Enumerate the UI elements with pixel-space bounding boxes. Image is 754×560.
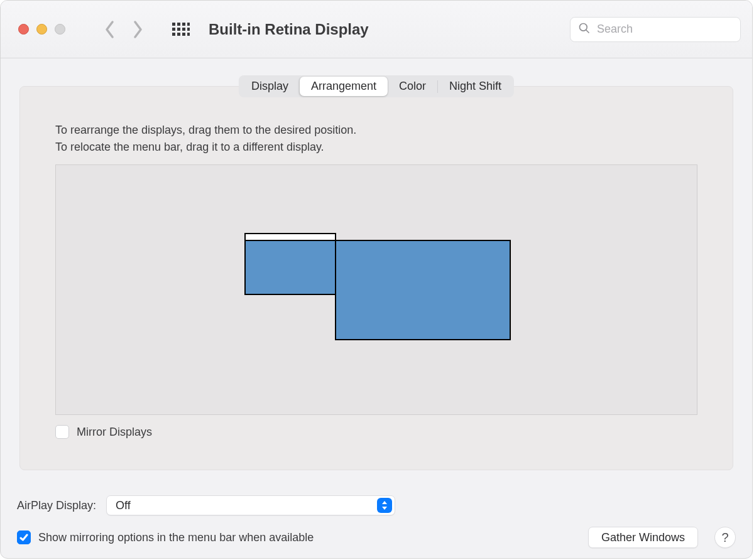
svg-rect-2 bbox=[182, 23, 185, 26]
svg-rect-10 bbox=[182, 33, 185, 36]
svg-rect-7 bbox=[187, 28, 190, 31]
instructions-line-1: To rearrange the displays, drag them to … bbox=[55, 122, 697, 139]
mirror-displays-row: Mirror Displays bbox=[55, 425, 697, 439]
svg-rect-5 bbox=[177, 28, 180, 31]
search-icon bbox=[578, 22, 591, 37]
display-secondary[interactable] bbox=[335, 240, 511, 340]
svg-marker-15 bbox=[382, 507, 387, 510]
nav-buttons bbox=[104, 20, 143, 39]
show-mirroring-checkbox[interactable] bbox=[17, 530, 31, 544]
svg-line-13 bbox=[586, 30, 589, 33]
minimize-button[interactable] bbox=[36, 24, 47, 35]
preferences-window: Built-in Retina Display Display Arrangem… bbox=[0, 0, 753, 559]
svg-rect-6 bbox=[182, 28, 185, 31]
show-all-icon[interactable] bbox=[172, 23, 190, 36]
airplay-select[interactable]: Off bbox=[106, 495, 395, 515]
svg-rect-1 bbox=[177, 23, 180, 26]
svg-point-12 bbox=[580, 23, 587, 31]
airplay-value: Off bbox=[116, 499, 131, 512]
forward-button[interactable] bbox=[132, 20, 143, 39]
close-button[interactable] bbox=[18, 24, 29, 35]
select-stepper-icon bbox=[377, 498, 392, 513]
show-mirroring-label: Show mirroring options in the menu bar w… bbox=[38, 531, 314, 544]
final-row: Show mirroring options in the menu bar w… bbox=[17, 527, 736, 548]
airplay-label: AirPlay Display: bbox=[17, 499, 96, 512]
window-title: Built-in Retina Display bbox=[209, 21, 369, 38]
window-controls bbox=[18, 24, 65, 35]
display-arrangement-area[interactable] bbox=[55, 164, 697, 415]
tab-bar: Display Arrangement Color Night Shift bbox=[239, 75, 514, 97]
tab-color[interactable]: Color bbox=[388, 77, 437, 96]
back-button[interactable] bbox=[104, 20, 116, 39]
svg-rect-0 bbox=[172, 23, 175, 26]
help-button[interactable]: ? bbox=[714, 527, 736, 548]
zoom-button[interactable] bbox=[55, 24, 65, 35]
search-input[interactable] bbox=[596, 22, 733, 36]
search-field[interactable] bbox=[570, 17, 741, 42]
tab-arrangement[interactable]: Arrangement bbox=[300, 77, 388, 96]
svg-rect-11 bbox=[187, 33, 190, 36]
svg-rect-9 bbox=[177, 33, 180, 36]
mirror-displays-label: Mirror Displays bbox=[77, 426, 152, 439]
svg-rect-4 bbox=[172, 28, 175, 31]
menu-bar-handle[interactable] bbox=[244, 233, 336, 241]
tab-night-shift[interactable]: Night Shift bbox=[438, 77, 513, 96]
airplay-row: AirPlay Display: Off bbox=[17, 495, 736, 515]
display-primary[interactable] bbox=[244, 240, 336, 295]
svg-rect-8 bbox=[172, 33, 175, 36]
gather-windows-button[interactable]: Gather Windows bbox=[588, 527, 698, 548]
window-body: Display Arrangement Color Night Shift To… bbox=[1, 58, 752, 558]
arrangement-panel: To rearrange the displays, drag them to … bbox=[19, 86, 733, 470]
mirror-displays-checkbox[interactable] bbox=[55, 425, 69, 439]
svg-marker-14 bbox=[382, 501, 387, 504]
svg-rect-3 bbox=[187, 23, 190, 26]
instructions-line-2: To relocate the menu bar, drag it to a d… bbox=[55, 139, 697, 156]
titlebar: Built-in Retina Display bbox=[1, 1, 752, 58]
instructions: To rearrange the displays, drag them to … bbox=[55, 122, 697, 156]
tab-display[interactable]: Display bbox=[240, 77, 300, 96]
bottom-controls: AirPlay Display: Off Show mirroring opti… bbox=[17, 495, 736, 548]
